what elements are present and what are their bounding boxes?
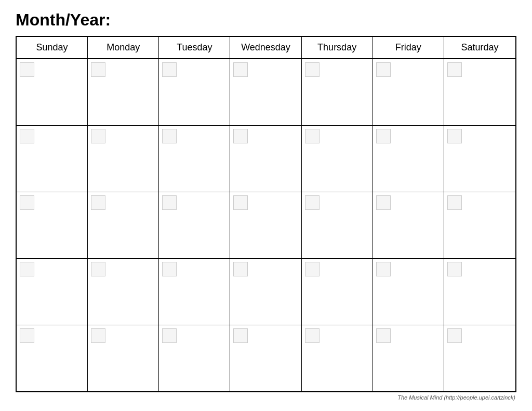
calendar-cell[interactable] — [159, 259, 230, 325]
date-number-box — [162, 129, 177, 143]
calendar-cell[interactable] — [17, 126, 88, 192]
date-number-box — [305, 195, 320, 210]
calendar-row — [17, 259, 515, 325]
date-number-box — [20, 62, 34, 77]
page-title: Month/Year: — [16, 10, 516, 30]
calendar-cell[interactable] — [159, 126, 230, 192]
calendar-cell[interactable] — [88, 325, 159, 391]
calendar-row — [17, 325, 515, 391]
calendar-cell[interactable] — [444, 192, 515, 258]
date-number-box — [376, 328, 391, 343]
calendar-cell[interactable] — [17, 192, 88, 258]
calendar-cell[interactable] — [88, 59, 159, 125]
date-number-box — [305, 328, 320, 343]
date-number-box — [305, 129, 320, 143]
date-number-box — [162, 328, 177, 343]
day-header-friday: Friday — [373, 37, 444, 58]
day-header-thursday: Thursday — [302, 37, 373, 58]
calendar-cell[interactable] — [302, 192, 373, 258]
day-header-tuesday: Tuesday — [159, 37, 230, 58]
page: Month/Year: Sunday Monday Tuesday Wednes… — [0, 0, 532, 411]
calendar-cell[interactable] — [88, 259, 159, 325]
calendar-cell[interactable] — [17, 59, 88, 125]
calendar-cell[interactable] — [302, 126, 373, 192]
calendar-cell[interactable] — [230, 126, 301, 192]
calendar-cell[interactable] — [444, 59, 515, 125]
date-number-box — [162, 62, 177, 77]
calendar-cell[interactable] — [88, 192, 159, 258]
date-number-box — [376, 129, 391, 143]
calendar-cell[interactable] — [302, 325, 373, 391]
calendar-row — [17, 126, 515, 192]
calendar-cell[interactable] — [444, 126, 515, 192]
date-number-box — [20, 262, 34, 276]
calendar-cell[interactable] — [230, 325, 301, 391]
day-header-saturday: Saturday — [444, 37, 515, 58]
date-number-box — [376, 195, 391, 210]
calendar-cell[interactable] — [373, 325, 444, 391]
calendar-cell[interactable] — [230, 259, 301, 325]
date-number-box — [20, 328, 34, 343]
date-number-box — [447, 195, 462, 210]
day-header-sunday: Sunday — [17, 37, 88, 58]
date-number-box — [447, 129, 462, 143]
date-number-box — [305, 262, 320, 276]
calendar-cell[interactable] — [159, 192, 230, 258]
calendar-cell[interactable] — [230, 192, 301, 258]
date-number-box — [20, 129, 34, 143]
calendar-header: Sunday Monday Tuesday Wednesday Thursday… — [17, 37, 515, 59]
calendar-cell[interactable] — [230, 59, 301, 125]
day-header-monday: Monday — [88, 37, 159, 58]
date-number-box — [376, 62, 391, 77]
date-number-box — [162, 262, 177, 276]
date-number-box — [91, 328, 105, 343]
date-number-box — [91, 129, 105, 143]
date-number-box — [447, 262, 462, 276]
calendar-cell[interactable] — [444, 325, 515, 391]
calendar-cell[interactable] — [302, 259, 373, 325]
date-number-box — [376, 262, 391, 276]
calendar-row — [17, 59, 515, 126]
calendar-cell[interactable] — [88, 126, 159, 192]
calendar-cell[interactable] — [373, 192, 444, 258]
calendar-cell[interactable] — [302, 59, 373, 125]
date-number-box — [91, 195, 105, 210]
calendar-cell[interactable] — [17, 325, 88, 391]
day-header-wednesday: Wednesday — [230, 37, 301, 58]
calendar-row — [17, 192, 515, 259]
date-number-box — [233, 262, 248, 276]
date-number-box — [305, 62, 320, 77]
date-number-box — [91, 62, 105, 77]
date-number-box — [447, 62, 462, 77]
calendar-cell[interactable] — [159, 59, 230, 125]
calendar-body — [17, 59, 515, 391]
calendar-cell[interactable] — [373, 259, 444, 325]
date-number-box — [91, 262, 105, 276]
calendar-cell[interactable] — [373, 59, 444, 125]
date-number-box — [233, 195, 248, 210]
date-number-box — [447, 328, 462, 343]
calendar-cell[interactable] — [373, 126, 444, 192]
calendar-cell[interactable] — [17, 259, 88, 325]
date-number-box — [233, 129, 248, 143]
calendar-cell[interactable] — [444, 259, 515, 325]
calendar-cell[interactable] — [159, 325, 230, 391]
date-number-box — [233, 328, 248, 343]
date-number-box — [20, 195, 34, 210]
calendar: Sunday Monday Tuesday Wednesday Thursday… — [16, 36, 516, 392]
date-number-box — [162, 195, 177, 210]
footer-attribution: The Musical Mind (http://people.upei.ca/… — [16, 392, 516, 401]
date-number-box — [233, 62, 248, 77]
